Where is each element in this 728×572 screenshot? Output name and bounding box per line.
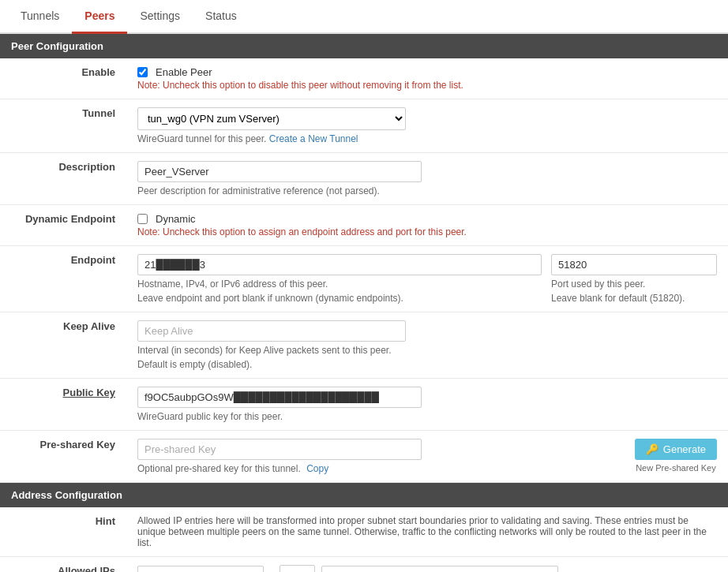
hint-row: Hint Allowed IP entries here will be tra…: [0, 507, 728, 557]
hint-label: Hint: [0, 507, 126, 557]
description-row: Description Peer description for adminis…: [0, 153, 728, 205]
hint-value: Allowed IP entries here will be transfor…: [126, 507, 728, 557]
enable-value: Enable Peer Note: Uncheck this option to…: [126, 58, 728, 99]
pre-shared-key-row: Pre-shared Key Optional pre-shared key f…: [0, 431, 728, 483]
endpoint-row: Endpoint Hostname, IPv4, or IPv6 address…: [0, 246, 728, 312]
endpoint-inputs: Hostname, IPv4, or IPv6 address of this …: [137, 254, 717, 304]
public-key-input[interactable]: [137, 387, 422, 408]
dynamic-endpoint-row: Dynamic Endpoint Dynamic Note: Uncheck t…: [0, 205, 728, 246]
allowed-ips-row: Allowed IPs / 8162425 26272829 303132 IP…: [0, 557, 728, 573]
tunnel-value: tun_wg0 (VPN zum VServer) WireGuard tunn…: [126, 99, 728, 153]
description-help: Peer description for administrative refe…: [137, 185, 717, 196]
keep-alive-help2: Default is empty (disabled).: [137, 359, 717, 370]
enable-row: Enable Enable Peer Note: Uncheck this op…: [0, 58, 728, 99]
description-value: Peer description for administrative refe…: [126, 153, 728, 205]
endpoint-host-help2: Leave endpoint and port blank if unknown…: [137, 293, 542, 304]
endpoint-port-container: Port used by this peer. Leave blank for …: [551, 254, 717, 304]
public-key-row: Public Key WireGuard public key for this…: [0, 379, 728, 431]
dynamic-checkbox-label[interactable]: Dynamic: [137, 213, 717, 225]
hint-text: Allowed IP entries here will be transfor…: [137, 515, 717, 548]
tunnel-select[interactable]: tun_wg0 (VPN zum VServer): [137, 107, 406, 130]
pre-shared-input-area: Optional pre-shared key for this tunnel.…: [137, 439, 619, 474]
endpoint-host-help1: Hostname, IPv4, or IPv6 address of this …: [137, 279, 542, 290]
tunnel-label: Tunnel: [0, 99, 126, 153]
allowed-ips-value: / 8162425 26272829 303132 IPv4 or IPv6 s…: [126, 557, 728, 573]
allowed-ip-input[interactable]: [137, 566, 264, 572]
endpoint-port-help2: Leave blank for default (51820).: [551, 293, 717, 304]
pre-shared-key-value: Optional pre-shared key for this tunnel.…: [126, 431, 728, 483]
address-config-table: Hint Allowed IP entries here will be tra…: [0, 507, 728, 572]
public-key-help: WireGuard public key for this peer.: [137, 411, 717, 422]
dynamic-endpoint-label: Dynamic Endpoint: [0, 205, 126, 246]
cidr-select[interactable]: 8162425 26272829 303132: [280, 565, 315, 572]
endpoint-label: Endpoint: [0, 246, 126, 312]
keep-alive-input[interactable]: [137, 320, 406, 342]
endpoint-host-input[interactable]: [137, 254, 542, 275]
copy-link[interactable]: Copy: [306, 463, 328, 474]
description-label: Description: [0, 153, 126, 205]
tab-tunnels[interactable]: Tunnels: [8, 0, 72, 34]
pre-shared-key-label: Pre-shared Key: [0, 431, 126, 483]
enable-note: Note: Uncheck this option to disable thi…: [137, 80, 717, 91]
pre-shared-key-input[interactable]: [137, 439, 422, 460]
tab-settings[interactable]: Settings: [127, 0, 193, 34]
dynamic-checkbox[interactable]: [137, 214, 148, 224]
enable-label: Enable: [0, 58, 126, 99]
enable-checkbox[interactable]: [137, 67, 148, 77]
tunnel-help: WireGuard tunnel for this peer. Create a…: [137, 133, 717, 144]
keep-alive-row: Keep Alive Interval (in seconds) for Kee…: [0, 312, 728, 379]
endpoint-value: Hostname, IPv4, or IPv6 address of this …: [126, 246, 728, 312]
allowed-ips-label: Allowed IPs: [0, 557, 126, 573]
keep-alive-label: Keep Alive: [0, 312, 126, 379]
tab-peers[interactable]: Peers: [72, 0, 127, 34]
dynamic-note: Note: Uncheck this option to assign an e…: [137, 226, 717, 237]
endpoint-port-help1: Port used by this peer.: [551, 279, 717, 290]
pre-shared-key-help: Optional pre-shared key for this tunnel.…: [137, 463, 619, 474]
tab-status[interactable]: Status: [193, 0, 250, 34]
create-tunnel-link[interactable]: Create a New Tunnel: [269, 133, 358, 144]
address-config-header: Address Configuration: [0, 483, 728, 507]
public-key-value: WireGuard public key for this peer.: [126, 379, 728, 431]
key-icon: 🔑: [646, 443, 659, 455]
tab-bar: Tunnels Peers Settings Status: [0, 0, 728, 34]
generate-area: 🔑 Generate New Pre-shared Key: [635, 439, 717, 473]
keep-alive-value: Interval (in seconds) for Keep Alive pac…: [126, 312, 728, 379]
public-key-label: Public Key: [0, 379, 126, 431]
keep-alive-help1: Interval (in seconds) for Keep Alive pac…: [137, 345, 717, 356]
allowed-ips-inputs: / 8162425 26272829 303132: [137, 565, 717, 572]
enable-checkbox-label[interactable]: Enable Peer: [137, 66, 717, 78]
allowed-ip-desc-input[interactable]: [321, 566, 558, 572]
endpoint-port-input[interactable]: [551, 254, 717, 275]
pre-shared-content: Optional pre-shared key for this tunnel.…: [137, 439, 717, 474]
peer-config-header: Peer Configuration: [0, 34, 728, 58]
dynamic-endpoint-value: Dynamic Note: Uncheck this option to ass…: [126, 205, 728, 246]
endpoint-host-container: Hostname, IPv4, or IPv6 address of this …: [137, 254, 542, 304]
description-input[interactable]: [137, 161, 422, 182]
tunnel-row: Tunnel tun_wg0 (VPN zum VServer) WireGua…: [0, 99, 728, 153]
peer-config-table: Enable Enable Peer Note: Uncheck this op…: [0, 58, 728, 483]
new-key-label: New Pre-shared Key: [636, 463, 716, 473]
generate-button[interactable]: 🔑 Generate: [635, 439, 717, 460]
